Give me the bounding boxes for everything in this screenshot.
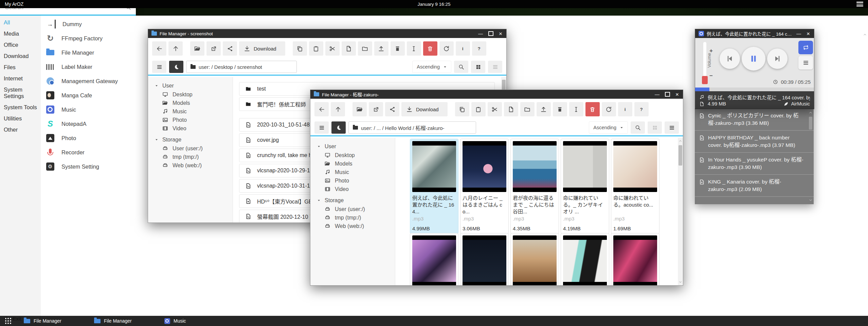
progress-bar[interactable] (695, 88, 814, 91)
toolbar-button[interactable] (358, 41, 372, 56)
category-item[interactable]: Download (0, 51, 41, 62)
queue-menu-button[interactable] (798, 56, 813, 70)
chevron-up-icon[interactable] (679, 139, 682, 143)
toolbar-button[interactable] (309, 41, 323, 56)
toolbar-button[interactable] (369, 102, 383, 116)
window-titlebar[interactable]: File Manager - screenshot — × (148, 29, 506, 38)
toolbar-button[interactable]: Download (401, 102, 448, 116)
category-item[interactable]: Office (0, 39, 41, 51)
dark-mode-toggle[interactable] (169, 61, 183, 73)
file-tile[interactable]: 君が夜の海に還るまで _ こんにちは谷田... .mp3 4.35MB (510, 139, 559, 234)
toolbar-button[interactable] (325, 41, 340, 56)
sidebar-item[interactable]: User (user:/) (148, 144, 233, 153)
toolbar-button[interactable] (407, 41, 421, 56)
sidebar-item[interactable]: Video (310, 185, 395, 193)
file-tile[interactable]: 八月のレイニー _ はるまきごはん co... .mp3 3.06MB (460, 139, 509, 234)
playlist-item[interactable]: KING _ Kanaria cover. by 柘榴-zakuro-.mp3 … (695, 175, 814, 197)
category-item[interactable]: Media (0, 28, 41, 39)
sidebar-item[interactable]: Models (148, 99, 233, 107)
breadcrumb[interactable]: user: / Desktop / screenshot (186, 61, 297, 73)
close-button[interactable]: × (807, 31, 810, 37)
toolbar-button[interactable] (374, 41, 388, 56)
breadcrumb[interactable]: user: / ... / Hello World / 柘榴-zakuro- (348, 121, 476, 134)
sidebar-item[interactable]: Music (148, 107, 233, 116)
sidebar-item[interactable]: Photo (148, 116, 233, 124)
sort-dropdown[interactable]: Ascending (412, 61, 451, 73)
sort-dropdown[interactable]: Ascending (589, 121, 628, 134)
search-button[interactable] (454, 61, 468, 73)
minimize-button[interactable]: — (655, 92, 659, 97)
taskbar-item[interactable]: Music (161, 316, 189, 326)
toolbar-button[interactable] (602, 102, 616, 116)
sidebar-item[interactable]: tmp (tmp:/) (148, 153, 233, 161)
toolbar-button[interactable] (455, 102, 469, 116)
toolbar-button[interactable] (504, 102, 518, 116)
scrollbar[interactable] (678, 138, 683, 285)
menu-button[interactable] (152, 61, 166, 73)
sidebar-item[interactable]: Music (310, 168, 395, 176)
category-item[interactable]: Files (0, 62, 41, 73)
file-tile[interactable]: 幽霊東京 _ Avaso (611, 233, 659, 285)
pause-button[interactable] (742, 47, 765, 71)
playlist-item[interactable]: Cynic _ ポリスピカデリー cover. by 柘榴-zakuro-.mp… (695, 109, 814, 131)
volume-slider-thumb[interactable] (702, 76, 708, 84)
sidebar-item[interactable]: Models (310, 159, 395, 168)
playlist-item[interactable]: HAPPY BIRTHDAY _ back number cover. by柘榴… (695, 131, 814, 153)
sidebar-item[interactable]: Desktop (148, 90, 233, 99)
category-item[interactable]: All (0, 17, 41, 28)
toolbar-button[interactable] (223, 41, 237, 56)
sidebar-item[interactable]: User (user:/) (310, 205, 395, 213)
file-tile[interactable]: 命に嫌われている。_ カンザキイオリ ... .mp3 4.19MB (561, 139, 609, 234)
category-item[interactable]: System Settings (0, 84, 41, 102)
toolbar-button[interactable] (569, 102, 583, 116)
grid-view-button[interactable] (648, 121, 662, 134)
playlist-item[interactable]: In Your Hands _ yusukeP cover. by 柘榴-zak… (695, 153, 814, 175)
scrollbar-thumb[interactable] (679, 145, 682, 166)
chevron-up-icon[interactable] (863, 33, 867, 37)
file-tile[interactable]: 妄想感傷代償連盟 (561, 233, 609, 285)
toolbar-button[interactable] (190, 41, 204, 56)
toolbar-button[interactable] (342, 41, 356, 56)
toolbar-button[interactable] (331, 102, 345, 116)
toolbar-button[interactable] (520, 102, 535, 116)
toolbar-button[interactable] (439, 41, 454, 56)
scrollbar[interactable] (863, 31, 867, 326)
toolbar-button[interactable] (423, 41, 437, 56)
chevron-down-icon[interactable] (809, 198, 813, 202)
app-launcher-icon[interactable] (5, 318, 12, 324)
close-button[interactable]: × (499, 31, 502, 37)
minimize-button[interactable]: — (478, 31, 483, 36)
toolbar-button[interactable] (385, 102, 399, 116)
chevron-down-icon[interactable] (679, 280, 682, 284)
category-item[interactable]: Other (0, 124, 41, 135)
chevron-up-icon[interactable] (809, 111, 813, 115)
repeat-button[interactable] (798, 41, 813, 54)
sidebar-item[interactable]: Photo (310, 176, 395, 185)
toolbar-button[interactable] (352, 102, 367, 116)
previous-track-button[interactable] (720, 49, 740, 69)
toolbar-button[interactable] (537, 102, 551, 116)
toolbar-button[interactable] (456, 41, 470, 56)
toolbar-button[interactable] (585, 102, 600, 116)
toolbar-button[interactable] (472, 41, 486, 56)
menu-button[interactable] (314, 121, 329, 134)
category-item[interactable]: System Tools (0, 102, 41, 113)
scrollbar-thumb[interactable] (809, 117, 812, 130)
scrollbar[interactable] (809, 110, 813, 203)
toolbar-button[interactable] (314, 102, 329, 116)
file-tile[interactable]: 命に嫌われている。acoustic co... .mp3 1.69MB (611, 139, 659, 234)
maximize-button[interactable] (665, 92, 670, 97)
tree-group-user[interactable]: User (310, 142, 395, 151)
file-tile[interactable]: 四季折々に揺蕩い (410, 233, 458, 285)
sidebar-item[interactable]: Video (148, 124, 233, 133)
tree-group-storage[interactable]: Storage (148, 135, 233, 144)
search-button[interactable] (631, 121, 645, 134)
close-button[interactable]: × (675, 92, 679, 97)
hamburger-menu-icon[interactable] (856, 2, 863, 6)
toolbar-button[interactable] (293, 41, 307, 56)
volume-down-label[interactable]: − (709, 73, 713, 79)
sidebar-item[interactable]: Desktop (310, 151, 395, 159)
toolbar-button[interactable]: Download (239, 41, 285, 56)
dark-mode-toggle[interactable] (331, 121, 346, 134)
window-titlebar[interactable]: 例えば、今此処に置かれた花に _ 164 c… — × (695, 29, 814, 38)
